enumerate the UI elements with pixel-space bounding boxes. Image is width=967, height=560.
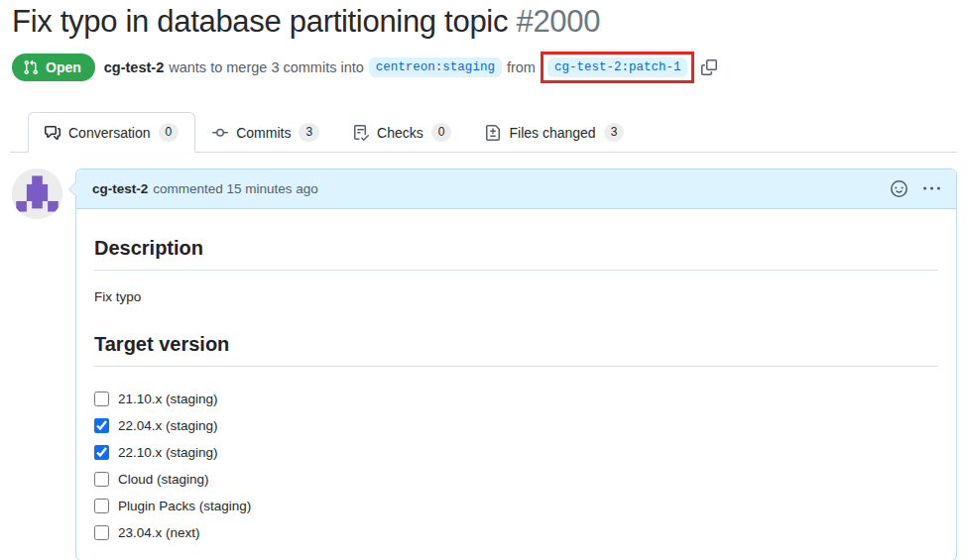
comment-actions bbox=[891, 180, 940, 197]
git-pull-request-icon bbox=[23, 59, 39, 75]
checkbox-22-10-staging[interactable] bbox=[94, 445, 109, 460]
tab-checks-label: Checks bbox=[377, 125, 423, 141]
pull-request-page: Fix typo in database partitioning topic … bbox=[0, 0, 967, 560]
avatar[interactable] bbox=[12, 168, 62, 219]
comment-body: Description Fix typo Target version 21.1… bbox=[76, 209, 956, 560]
pr-state-badge: Open bbox=[12, 54, 95, 81]
tab-commits-label: Commits bbox=[236, 125, 291, 141]
smiley-icon bbox=[891, 180, 907, 197]
checkbox-cloud-staging[interactable] bbox=[94, 472, 109, 487]
tab-files-changed[interactable]: Files changed 3 bbox=[468, 112, 641, 153]
pr-summary-text: wants to merge 3 commits into bbox=[169, 59, 364, 75]
tab-commits-count: 3 bbox=[299, 123, 319, 142]
task-label: Cloud (staging) bbox=[118, 472, 209, 487]
copy-icon bbox=[701, 59, 717, 75]
description-text: Fix typo bbox=[94, 289, 938, 304]
tab-checks[interactable]: Checks 0 bbox=[336, 112, 468, 153]
pr-comment: cg-test-2 commented 15 minutes ago Descr… bbox=[75, 168, 957, 560]
pr-title: Fix typo in database partitioning topic … bbox=[12, 4, 957, 40]
task-item: 21.10.x (staging) bbox=[94, 386, 938, 412]
pr-title-text: Fix typo in database partitioning topic bbox=[12, 4, 508, 39]
tab-conversation[interactable]: Conversation 0 bbox=[28, 112, 195, 153]
tab-commits[interactable]: Commits 3 bbox=[195, 112, 336, 153]
annotation-highlight-box: cg-test-2:patch-1 bbox=[541, 52, 695, 83]
tab-files-changed-label: Files changed bbox=[509, 125, 595, 141]
task-item: 22.10.x (staging) bbox=[94, 439, 938, 466]
task-label: 22.10.x (staging) bbox=[118, 445, 218, 460]
checkbox-22-04-staging[interactable] bbox=[94, 418, 109, 433]
pr-status-summary: cg-test-2 wants to merge 3 commits into … bbox=[104, 52, 720, 83]
checkbox-plugin-packs-staging[interactable] bbox=[94, 499, 109, 513]
pr-status-row: Open cg-test-2 wants to merge 3 commits … bbox=[12, 52, 957, 83]
tab-checks-count: 0 bbox=[431, 123, 452, 142]
base-branch-label[interactable]: centreon:staging bbox=[369, 57, 502, 77]
tab-files-changed-count: 3 bbox=[604, 123, 625, 142]
identicon-avatar-icon bbox=[12, 168, 62, 219]
comment-meta: commented 15 minutes ago bbox=[153, 181, 318, 196]
task-label: 22.04.x (staging) bbox=[118, 418, 218, 433]
file-diff-icon bbox=[485, 125, 501, 141]
comment-menu-button[interactable] bbox=[923, 180, 940, 197]
pr-author-link[interactable]: cg-test-2 bbox=[104, 59, 164, 75]
description-heading: Description bbox=[94, 237, 938, 271]
task-item: Cloud (staging) bbox=[94, 466, 938, 493]
copy-branch-button[interactable] bbox=[699, 57, 719, 77]
target-version-list: 21.10.x (staging) 22.04.x (staging) 22.1… bbox=[94, 386, 938, 546]
task-item: Plugin Packs (staging) bbox=[94, 493, 938, 519]
task-label: Plugin Packs (staging) bbox=[118, 499, 251, 513]
git-commit-icon bbox=[212, 125, 228, 141]
tab-conversation-label: Conversation bbox=[68, 125, 151, 141]
pr-number: #2000 bbox=[516, 4, 600, 39]
pr-tab-nav: Conversation 0 Commits 3 Checks 0 Files … bbox=[10, 109, 957, 153]
comment-author-link[interactable]: cg-test-2 bbox=[92, 181, 148, 196]
kebab-horizontal-icon bbox=[923, 180, 940, 197]
checkbox-23-04-next[interactable] bbox=[94, 525, 109, 540]
task-label: 21.10.x (staging) bbox=[118, 392, 218, 406]
comment-discussion-icon bbox=[45, 125, 60, 141]
pr-state-label: Open bbox=[46, 59, 81, 75]
tab-conversation-count: 0 bbox=[159, 123, 180, 142]
checkbox-21-10-staging[interactable] bbox=[94, 392, 109, 406]
task-item: 23.04.x (next) bbox=[94, 519, 938, 546]
task-label: 23.04.x (next) bbox=[118, 525, 200, 540]
comment-header: cg-test-2 commented 15 minutes ago bbox=[76, 169, 956, 209]
pr-timeline: cg-test-2 commented 15 minutes ago Descr… bbox=[10, 168, 957, 560]
from-word: from bbox=[507, 59, 536, 75]
target-version-heading: Target version bbox=[94, 333, 938, 367]
head-branch-label[interactable]: cg-test-2:patch-1 bbox=[547, 57, 688, 77]
reaction-button[interactable] bbox=[891, 180, 907, 197]
task-item: 22.04.x (staging) bbox=[94, 412, 938, 439]
checklist-icon bbox=[353, 125, 369, 141]
